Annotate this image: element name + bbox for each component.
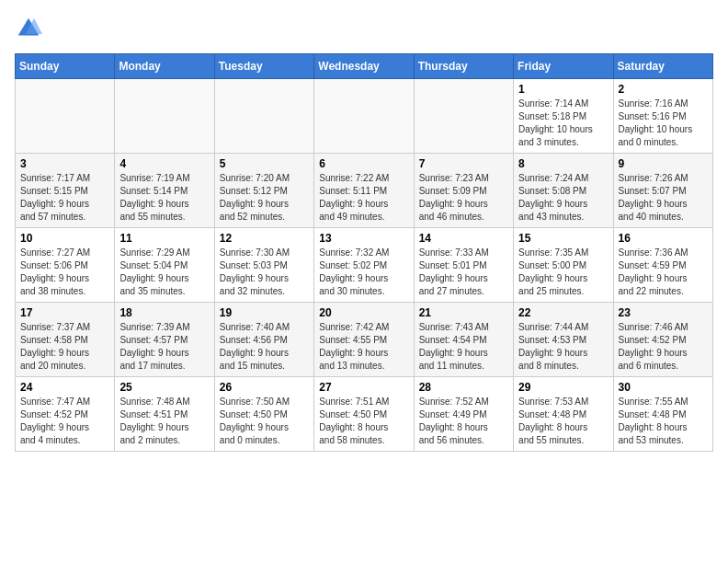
weekday-header-sunday: Sunday — [16, 54, 115, 79]
day-number: 8 — [518, 157, 608, 170]
calendar-day-22: 22Sunrise: 7:44 AMSunset: 4:53 PMDayligh… — [514, 303, 613, 377]
calendar-day-empty — [214, 79, 313, 154]
calendar-day-11: 11Sunrise: 7:29 AMSunset: 5:04 PMDayligh… — [115, 228, 214, 303]
day-number: 6 — [319, 157, 408, 170]
day-info: Sunrise: 7:40 AMSunset: 4:56 PMDaylight:… — [220, 321, 309, 373]
day-info: Sunrise: 7:42 AMSunset: 4:55 PMDaylight:… — [319, 321, 408, 373]
day-number: 24 — [20, 381, 109, 394]
day-number: 10 — [20, 232, 109, 245]
weekday-header-saturday: Saturday — [613, 54, 712, 79]
day-number: 30 — [619, 381, 708, 394]
day-number: 9 — [619, 157, 708, 170]
day-info: Sunrise: 7:48 AMSunset: 4:51 PMDaylight:… — [119, 396, 209, 447]
day-info: Sunrise: 7:24 AMSunset: 5:08 PMDaylight:… — [518, 172, 608, 224]
day-info: Sunrise: 7:35 AMSunset: 5:00 PMDaylight:… — [518, 247, 608, 298]
calendar-day-20: 20Sunrise: 7:42 AMSunset: 4:55 PMDayligh… — [314, 303, 414, 377]
calendar-week-row: 24Sunrise: 7:47 AMSunset: 4:52 PMDayligh… — [16, 377, 713, 452]
day-info: Sunrise: 7:51 AMSunset: 4:50 PMDaylight:… — [319, 396, 408, 447]
calendar-day-2: 2Sunrise: 7:16 AMSunset: 5:16 PMDaylight… — [613, 79, 712, 154]
calendar-day-4: 4Sunrise: 7:19 AMSunset: 5:14 PMDaylight… — [115, 154, 214, 228]
calendar-table: SundayMondayTuesdayWednesdayThursdayFrid… — [15, 53, 713, 452]
calendar-day-6: 6Sunrise: 7:22 AMSunset: 5:11 PMDaylight… — [314, 154, 414, 228]
calendar-day-13: 13Sunrise: 7:32 AMSunset: 5:02 PMDayligh… — [314, 228, 414, 303]
day-info: Sunrise: 7:46 AMSunset: 4:52 PMDaylight:… — [619, 321, 708, 373]
calendar-body: 1Sunrise: 7:14 AMSunset: 5:18 PMDaylight… — [16, 79, 713, 452]
calendar-day-15: 15Sunrise: 7:35 AMSunset: 5:00 PMDayligh… — [514, 228, 613, 303]
day-info: Sunrise: 7:26 AMSunset: 5:07 PMDaylight:… — [619, 172, 708, 224]
day-info: Sunrise: 7:27 AMSunset: 5:06 PMDaylight:… — [20, 247, 109, 298]
logo — [15, 15, 46, 42]
calendar-day-empty — [115, 79, 214, 154]
calendar-week-row: 17Sunrise: 7:37 AMSunset: 4:58 PMDayligh… — [16, 303, 713, 377]
calendar-day-empty — [314, 79, 414, 154]
calendar-day-25: 25Sunrise: 7:48 AMSunset: 4:51 PMDayligh… — [115, 377, 214, 452]
day-number: 1 — [518, 83, 608, 96]
weekday-header-friday: Friday — [514, 54, 613, 79]
day-info: Sunrise: 7:33 AMSunset: 5:01 PMDaylight:… — [419, 247, 508, 298]
day-info: Sunrise: 7:23 AMSunset: 5:09 PMDaylight:… — [419, 172, 508, 224]
day-info: Sunrise: 7:39 AMSunset: 4:57 PMDaylight:… — [119, 321, 209, 373]
weekday-header-thursday: Thursday — [414, 54, 513, 79]
day-number: 15 — [518, 232, 608, 245]
day-number: 14 — [419, 232, 508, 245]
day-number: 5 — [220, 157, 309, 170]
day-info: Sunrise: 7:22 AMSunset: 5:11 PMDaylight:… — [319, 172, 408, 224]
calendar-day-5: 5Sunrise: 7:20 AMSunset: 5:12 PMDaylight… — [214, 154, 313, 228]
day-info: Sunrise: 7:52 AMSunset: 4:49 PMDaylight:… — [419, 396, 508, 447]
day-number: 2 — [619, 83, 708, 96]
day-info: Sunrise: 7:50 AMSunset: 4:50 PMDaylight:… — [220, 396, 309, 447]
day-number: 3 — [20, 157, 109, 170]
day-number: 11 — [119, 232, 209, 245]
day-info: Sunrise: 7:20 AMSunset: 5:12 PMDaylight:… — [220, 172, 309, 224]
calendar-day-16: 16Sunrise: 7:36 AMSunset: 4:59 PMDayligh… — [613, 228, 712, 303]
calendar-day-12: 12Sunrise: 7:30 AMSunset: 5:03 PMDayligh… — [214, 228, 313, 303]
calendar-week-row: 3Sunrise: 7:17 AMSunset: 5:15 PMDaylight… — [16, 154, 713, 228]
day-info: Sunrise: 7:29 AMSunset: 5:04 PMDaylight:… — [119, 247, 209, 298]
day-info: Sunrise: 7:43 AMSunset: 4:54 PMDaylight:… — [419, 321, 508, 373]
day-number: 23 — [619, 306, 708, 319]
day-number: 7 — [419, 157, 508, 170]
calendar-day-19: 19Sunrise: 7:40 AMSunset: 4:56 PMDayligh… — [214, 303, 313, 377]
page-header — [15, 15, 713, 42]
calendar-day-26: 26Sunrise: 7:50 AMSunset: 4:50 PMDayligh… — [214, 377, 313, 452]
day-number: 17 — [20, 306, 109, 319]
calendar-day-empty — [414, 79, 513, 154]
day-info: Sunrise: 7:30 AMSunset: 5:03 PMDaylight:… — [220, 247, 309, 298]
day-number: 20 — [319, 306, 408, 319]
calendar-day-24: 24Sunrise: 7:47 AMSunset: 4:52 PMDayligh… — [16, 377, 115, 452]
day-number: 29 — [518, 381, 608, 394]
day-number: 27 — [319, 381, 408, 394]
day-info: Sunrise: 7:32 AMSunset: 5:02 PMDaylight:… — [319, 247, 408, 298]
calendar-day-empty — [16, 79, 115, 154]
day-number: 4 — [119, 157, 209, 170]
day-info: Sunrise: 7:17 AMSunset: 5:15 PMDaylight:… — [20, 172, 109, 224]
calendar-day-14: 14Sunrise: 7:33 AMSunset: 5:01 PMDayligh… — [414, 228, 513, 303]
day-number: 16 — [619, 232, 708, 245]
calendar-day-21: 21Sunrise: 7:43 AMSunset: 4:54 PMDayligh… — [414, 303, 513, 377]
day-info: Sunrise: 7:36 AMSunset: 4:59 PMDaylight:… — [619, 247, 708, 298]
calendar-day-10: 10Sunrise: 7:27 AMSunset: 5:06 PMDayligh… — [16, 228, 115, 303]
day-number: 19 — [220, 306, 309, 319]
day-number: 18 — [119, 306, 209, 319]
weekday-header-wednesday: Wednesday — [314, 54, 414, 79]
day-info: Sunrise: 7:37 AMSunset: 4:58 PMDaylight:… — [20, 321, 109, 373]
calendar-day-17: 17Sunrise: 7:37 AMSunset: 4:58 PMDayligh… — [16, 303, 115, 377]
day-info: Sunrise: 7:19 AMSunset: 5:14 PMDaylight:… — [119, 172, 209, 224]
calendar-day-9: 9Sunrise: 7:26 AMSunset: 5:07 PMDaylight… — [613, 154, 712, 228]
weekday-header-row: SundayMondayTuesdayWednesdayThursdayFrid… — [16, 54, 713, 79]
day-number: 13 — [319, 232, 408, 245]
day-info: Sunrise: 7:53 AMSunset: 4:48 PMDaylight:… — [518, 396, 608, 447]
day-number: 25 — [119, 381, 209, 394]
weekday-header-tuesday: Tuesday — [214, 54, 313, 79]
day-number: 12 — [220, 232, 309, 245]
calendar-day-29: 29Sunrise: 7:53 AMSunset: 4:48 PMDayligh… — [514, 377, 613, 452]
day-info: Sunrise: 7:44 AMSunset: 4:53 PMDaylight:… — [518, 321, 608, 373]
calendar-day-3: 3Sunrise: 7:17 AMSunset: 5:15 PMDaylight… — [16, 154, 115, 228]
calendar-day-1: 1Sunrise: 7:14 AMSunset: 5:18 PMDaylight… — [514, 79, 613, 154]
day-info: Sunrise: 7:16 AMSunset: 5:16 PMDaylight:… — [619, 98, 708, 149]
calendar-day-7: 7Sunrise: 7:23 AMSunset: 5:09 PMDaylight… — [414, 154, 513, 228]
calendar-day-27: 27Sunrise: 7:51 AMSunset: 4:50 PMDayligh… — [314, 377, 414, 452]
calendar-header: SundayMondayTuesdayWednesdayThursdayFrid… — [16, 54, 713, 79]
day-info: Sunrise: 7:55 AMSunset: 4:48 PMDaylight:… — [619, 396, 708, 447]
day-number: 22 — [518, 306, 608, 319]
